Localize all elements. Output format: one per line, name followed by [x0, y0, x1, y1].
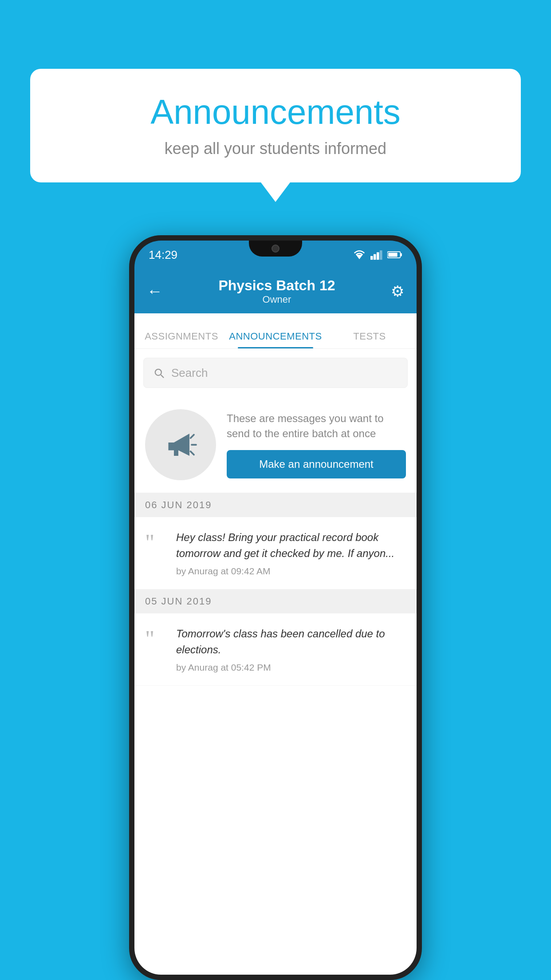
announcement-item-1[interactable]: " Hey class! Bring your practical record… — [134, 517, 417, 589]
signal-icon — [370, 249, 383, 260]
speech-bubble: Announcements keep all your students inf… — [30, 69, 521, 182]
announcement-prompt-right: These are messages you want to send to t… — [227, 411, 406, 478]
svg-rect-1 — [370, 256, 373, 260]
status-time: 14:29 — [149, 248, 177, 262]
wifi-icon — [353, 249, 366, 260]
svg-marker-0 — [356, 255, 363, 259]
announcement-content-2: Tomorrow's class has been cancelled due … — [176, 626, 406, 673]
camera — [272, 245, 279, 253]
app-bar: ← Physics Batch 12 Owner ⚙ — [134, 269, 417, 313]
announcement-content-1: Hey class! Bring your practical record b… — [176, 530, 406, 577]
app-bar-subtitle: Owner — [163, 294, 391, 305]
date-separator-2: 05 JUN 2019 — [134, 589, 417, 613]
announcement-description: These are messages you want to send to t… — [227, 411, 406, 441]
svg-line-10 — [191, 451, 194, 455]
announcement-text-1: Hey class! Bring your practical record b… — [176, 530, 406, 561]
quote-icon-2: " — [145, 628, 167, 651]
tab-announcements[interactable]: ANNOUNCEMENTS — [228, 331, 323, 348]
megaphone-icon — [163, 427, 198, 462]
speech-bubble-container: Announcements keep all your students inf… — [30, 69, 521, 182]
svg-rect-3 — [377, 252, 379, 260]
svg-rect-7 — [388, 253, 397, 257]
search-icon — [153, 367, 165, 379]
tab-assignments[interactable]: ASSIGNMENTS — [134, 331, 228, 348]
search-bar[interactable]: Search — [143, 358, 408, 388]
svg-rect-6 — [400, 253, 401, 257]
search-placeholder: Search — [171, 366, 208, 380]
phone-wrapper: 14:29 — [30, 235, 521, 980]
tab-tests[interactable]: TESTS — [323, 331, 417, 348]
announcement-meta-2: by Anurag at 05:42 PM — [176, 662, 406, 673]
status-bar: 14:29 — [134, 241, 417, 269]
content-area: Search These are messages you want to se… — [134, 349, 417, 975]
status-icons — [353, 249, 402, 260]
date-separator-1: 06 JUN 2019 — [134, 493, 417, 517]
svg-rect-2 — [374, 254, 376, 260]
quote-icon-1: " — [145, 531, 167, 554]
speech-bubble-subtitle: keep all your students informed — [57, 139, 494, 158]
announcement-meta-1: by Anurag at 09:42 AM — [176, 566, 406, 577]
svg-line-8 — [191, 435, 194, 439]
notch — [249, 241, 302, 257]
make-announcement-button[interactable]: Make an announcement — [227, 450, 406, 478]
app-bar-title-group: Physics Batch 12 Owner — [163, 277, 391, 305]
announcement-text-2: Tomorrow's class has been cancelled due … — [176, 626, 406, 658]
speech-bubble-title: Announcements — [57, 93, 494, 131]
back-button[interactable]: ← — [147, 282, 163, 300]
battery-icon — [387, 249, 402, 260]
app-bar-title: Physics Batch 12 — [163, 277, 391, 294]
megaphone-icon-circle — [145, 409, 216, 480]
announcement-prompt: These are messages you want to send to t… — [134, 397, 417, 493]
settings-button[interactable]: ⚙ — [391, 282, 404, 300]
svg-rect-4 — [380, 250, 382, 260]
announcement-item-2[interactable]: " Tomorrow's class has been cancelled du… — [134, 613, 417, 686]
tabs: ASSIGNMENTS ANNOUNCEMENTS TESTS — [134, 313, 417, 349]
phone-mockup: 14:29 — [129, 235, 422, 980]
